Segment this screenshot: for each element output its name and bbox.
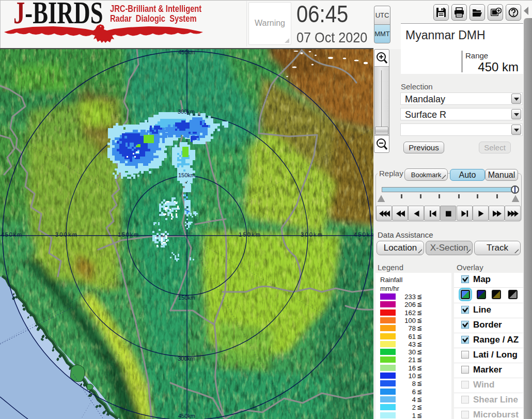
svg-text:300km: 300km: [178, 355, 195, 362]
svg-text:150km: 150km: [118, 231, 138, 238]
svg-text:450km: 450km: [178, 413, 195, 419]
svg-text:450km: 450km: [1, 231, 22, 238]
svg-text:450km: 450km: [354, 231, 373, 238]
svg-text:150km: 150km: [178, 172, 195, 178]
svg-text:150km: 150km: [178, 294, 195, 301]
svg-text:300km: 300km: [178, 108, 195, 115]
svg-text:450km: 450km: [178, 49, 195, 55]
